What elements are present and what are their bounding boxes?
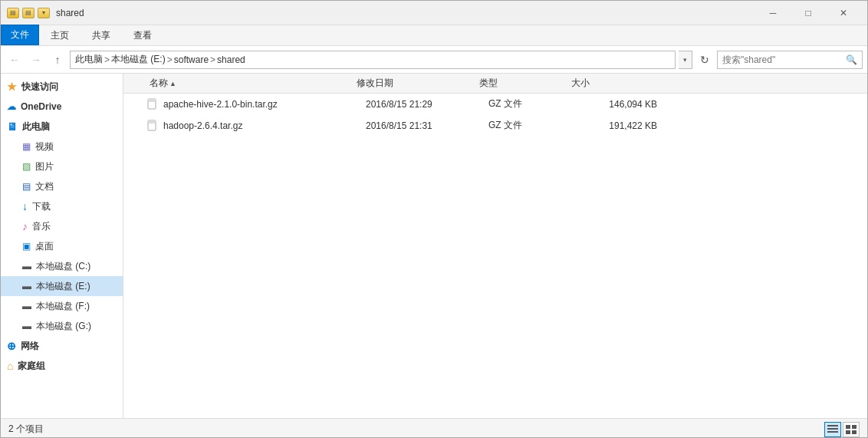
path-drive-e[interactable]: 本地磁盘 (E:) [111,53,166,66]
title-icons: ▤ ▤ ▾ [7,8,50,18]
file-size-2: 191,422 KB [580,120,672,131]
svg-rect-6 [827,431,838,433]
svg-rect-9 [846,430,850,434]
search-icon[interactable]: 🔍 [846,54,857,65]
title-dropdown-icon[interactable]: ▾ [38,8,50,18]
table-row[interactable]: apache-hive-2.1.0-bin.tar.gz 2016/8/15 2… [123,94,867,115]
file-name-2: hadoop-2.6.4.tar.gz [163,120,366,131]
up-button[interactable]: ↑ [48,51,67,69]
sidebar-item-homegroup[interactable]: ⌂ 家庭组 [1,356,123,376]
path-software[interactable]: software [174,54,209,65]
sidebar-label-music: 音乐 [32,220,51,233]
back-button[interactable]: ← [5,51,24,69]
sidebar-label-drive-g: 本地磁盘 (G:) [36,320,91,333]
file-icon-1 [146,97,159,110]
homegroup-icon: ⌂ [7,360,13,372]
file-icon-2 [146,119,159,132]
tab-home[interactable]: 主页 [39,25,81,45]
close-button[interactable]: ✕ [826,1,861,25]
column-header-type[interactable]: 类型 [476,77,568,90]
svg-rect-5 [827,428,838,430]
sidebar-item-music[interactable]: ♪ 音乐 [1,216,123,236]
image-icon: ▨ [22,161,31,172]
table-row[interactable]: hadoop-2.6.4.tar.gz 2016/8/15 21:31 GZ 文… [123,115,867,137]
file-date-2: 2016/8/15 21:31 [366,120,488,131]
sidebar-label-this-pc: 此电脑 [22,120,50,133]
download-icon: ↓ [22,200,28,212]
tab-share[interactable]: 共享 [81,25,122,45]
title-folder-icon2: ▤ [22,8,35,18]
sidebar-item-drive-e[interactable]: ▬ 本地磁盘 (E:) [1,276,123,296]
svg-rect-3 [148,120,156,123]
star-icon: ★ [7,81,17,93]
sidebar-label-network: 网络 [21,340,39,353]
view-list-button[interactable] [843,422,860,437]
file-size-1: 146,094 KB [580,99,672,110]
sidebar-item-drive-g[interactable]: ▬ 本地磁盘 (G:) [1,316,123,336]
sidebar: ★ 快速访问 ☁ OneDrive 🖥 此电脑 ▦ 视频 ▨ 图片 ▤ 文档 [1,74,123,418]
cloud-icon: ☁ [7,101,16,112]
sidebar-item-onedrive[interactable]: ☁ OneDrive [1,97,123,117]
svg-rect-8 [852,425,856,429]
minimize-button[interactable]: ─ [755,1,791,25]
sidebar-item-network[interactable]: ⊕ 网络 [1,336,123,356]
sidebar-label-downloads: 下载 [32,200,51,213]
sidebar-label-documents: 文档 [35,180,54,193]
sidebar-item-videos[interactable]: ▦ 视频 [1,137,123,156]
sidebar-item-downloads[interactable]: ↓ 下载 [1,196,123,216]
col-date-label: 修改日期 [357,77,393,90]
window-controls: ─ □ ✕ [755,1,861,25]
search-input[interactable] [722,54,846,65]
ribbon-tabs: 文件 主页 共享 查看 [1,25,867,45]
title-folder-icon1: ▤ [7,8,19,18]
status-text: 2 个项目 [8,423,44,436]
document-icon: ▤ [22,181,31,192]
sidebar-item-drive-c[interactable]: ▬ 本地磁盘 (C:) [1,256,123,276]
drive-c-icon: ▬ [22,261,31,272]
col-name-label: 名称 [150,77,168,90]
column-header-size[interactable]: 大小 [568,77,660,90]
sidebar-label-onedrive: OneDrive [21,101,61,112]
tab-file[interactable]: 文件 [1,25,39,45]
path-sep-2: > [167,54,173,65]
sidebar-label-quick-access: 快速访问 [21,81,58,94]
sidebar-label-homegroup: 家庭组 [18,360,45,373]
sidebar-item-pictures[interactable]: ▨ 图片 [1,156,123,176]
sort-arrow-name: ▲ [169,80,176,87]
status-bar: 2 个项目 [1,418,867,438]
sidebar-item-desktop[interactable]: ▣ 桌面 [1,236,123,256]
column-header-name[interactable]: 名称 ▲ [146,77,353,90]
view-details-button[interactable] [824,422,841,437]
sidebar-item-drive-f[interactable]: ▬ 本地磁盘 (F:) [1,296,123,316]
search-box[interactable]: 🔍 [717,51,863,69]
sidebar-item-documents[interactable]: ▤ 文档 [1,176,123,196]
title-text: shared [56,8,755,18]
drive-g-icon: ▬ [22,321,31,331]
path-shared[interactable]: shared [217,54,245,65]
sidebar-label-drive-e: 本地磁盘 (E:) [36,280,90,293]
file-list-header: 名称 ▲ 修改日期 类型 大小 [123,74,867,94]
video-icon: ▦ [22,141,31,152]
sidebar-item-quick-access[interactable]: ★ 快速访问 [1,77,123,97]
title-bar: ▤ ▤ ▾ shared ─ □ ✕ [1,1,867,25]
sidebar-label-pictures: 图片 [35,160,54,173]
path-this-pc[interactable]: 此电脑 [75,53,103,66]
column-header-date[interactable]: 修改日期 [353,77,476,90]
svg-rect-7 [846,425,850,429]
refresh-button[interactable]: ↻ [695,51,714,69]
forward-button[interactable]: → [27,51,45,69]
path-sep-3: > [210,54,215,65]
col-type-label: 类型 [479,77,498,90]
view-buttons [824,422,860,437]
pc-icon: 🖥 [7,120,18,133]
file-list: 名称 ▲ 修改日期 类型 大小 apache-hive-2.1.0-bin.ta… [123,74,867,418]
sidebar-item-this-pc[interactable]: 🖥 此电脑 [1,117,123,137]
svg-rect-4 [827,425,838,426]
drive-f-icon: ▬ [22,301,31,311]
sidebar-label-drive-c: 本地磁盘 (C:) [36,260,90,273]
maximize-button[interactable]: □ [791,1,826,25]
desktop-icon: ▣ [22,241,31,252]
path-dropdown-button[interactable]: ▾ [679,51,692,69]
address-path[interactable]: 此电脑 > 本地磁盘 (E:) > software > shared [70,51,676,69]
tab-view[interactable]: 查看 [122,25,163,45]
